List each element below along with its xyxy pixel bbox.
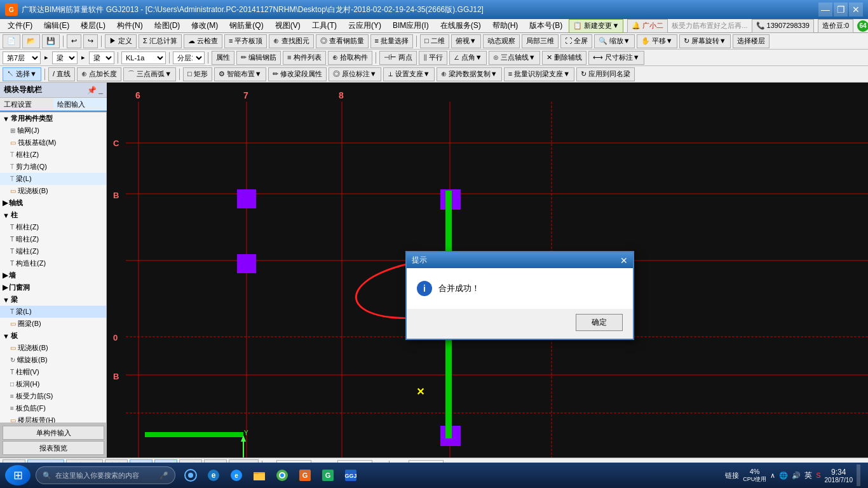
volume-icon[interactable]: 🔊 — [792, 471, 801, 480]
menu-tools[interactable]: 工具(T) — [307, 19, 342, 32]
antivirus-icon[interactable]: S — [816, 471, 820, 479]
fullscreen-btn[interactable]: ⛶ 全屏 — [560, 34, 592, 48]
floor-select[interactable]: 第7层 — [3, 51, 41, 64]
view-rebar-btn[interactable]: ◎ 查看钢筋量 — [316, 34, 369, 48]
taskbar-chrome[interactable] — [272, 465, 292, 485]
layer-select[interactable]: 分层1 — [173, 51, 205, 64]
sidebar-item-slab-rebar[interactable]: ≡ 板受力筋(S) — [0, 390, 106, 402]
edit-rebar-btn[interactable]: ✏ 编辑钢筋 — [236, 51, 281, 65]
axis-section[interactable]: ▶ 轴线 — [0, 197, 106, 209]
single-element-input-btn[interactable]: 单构件输入 — [3, 426, 104, 440]
menu-modify[interactable]: 修改(M) — [186, 19, 223, 32]
select-tool-btn[interactable]: ↖ 选择▼ — [3, 67, 41, 81]
guangda2-button[interactable]: 🔔 广小二 — [627, 19, 668, 33]
sidebar-item-slab-hole[interactable]: □ 板洞(H) — [0, 378, 106, 390]
element-name-select[interactable]: KL-1a — [121, 51, 166, 64]
arc-btn[interactable]: ⌒ 三点画弧▼ — [123, 67, 176, 81]
cloud-check-btn[interactable]: ☁ 云检查 — [184, 34, 222, 48]
set-support-btn[interactable]: ⊥ 设置支座▼ — [383, 67, 435, 81]
sidebar-item-frame-col[interactable]: T 框柱(Z) — [0, 149, 106, 161]
common-types-section[interactable]: ▼ 常用构件类型 — [0, 112, 106, 125]
dynamic-view-btn[interactable]: 动态观察 — [483, 34, 520, 48]
summary-btn[interactable]: Σ 汇总计算 — [139, 34, 182, 48]
close-button[interactable]: ✕ — [849, 3, 863, 17]
properties-btn[interactable]: 属性 — [212, 51, 234, 65]
report-preview-btn[interactable]: 报表预览 — [3, 441, 104, 455]
slab-section[interactable]: ▼ 板 — [0, 330, 106, 342]
column-section[interactable]: ▼ 柱 — [0, 209, 106, 221]
menu-element[interactable]: 构件(N) — [112, 19, 148, 32]
restore-button[interactable]: ❐ — [834, 3, 848, 17]
sidebar-item-cast-slab2[interactable]: ▭ 现浇板(B) — [0, 342, 106, 354]
dialog-confirm-button[interactable]: 确定 — [576, 314, 623, 331]
2d-btn[interactable]: □ 二维 — [420, 34, 449, 48]
sidebar-item-neg-rebar[interactable]: ≡ 板负筋(F) — [0, 402, 106, 414]
menu-cloud[interactable]: 云应用(Y) — [343, 19, 386, 32]
draw-input-tab[interactable]: 绘图输入 — [53, 98, 107, 112]
network-icon[interactable]: 🌐 — [779, 471, 788, 480]
pan-btn[interactable]: ✋ 平移▼ — [637, 34, 677, 48]
menu-version[interactable]: 版本号(B) — [524, 19, 567, 32]
sidebar-pin[interactable]: 📌 _ — [87, 86, 103, 95]
beam-span-copy-btn[interactable]: ⊕ 梁跨数据复制▼ — [437, 67, 502, 81]
sidebar-item-beam[interactable]: T 梁(L) — [0, 306, 106, 318]
sidebar-item-shear-wall[interactable]: T 剪力墙(Q) — [0, 161, 106, 173]
parallel-btn[interactable]: ∥ 平行 — [419, 51, 447, 65]
redo-btn[interactable]: ↪ — [83, 34, 98, 48]
taskbar-ggj[interactable]: GGJ — [341, 465, 361, 485]
taskbar-search[interactable]: 🔍 在这里输入你要搜索的内容 🎤 — [36, 466, 175, 484]
local-3d-btn[interactable]: 局部三维 — [522, 34, 559, 48]
sidebar-item-az[interactable]: T 暗柱(Z) — [0, 233, 106, 245]
menu-floor[interactable]: 楼层(L) — [76, 19, 111, 32]
dim-note-btn[interactable]: ⟷ 尺寸标注▼ — [588, 51, 644, 65]
sidebar-item-kz[interactable]: T 框柱(Z) — [0, 221, 106, 233]
taskbar-edge-classic[interactable]: e — [203, 465, 224, 485]
sidebar-item-cast-slab[interactable]: ▭ 现浇板(B) — [0, 185, 106, 197]
wall-section[interactable]: ▶ 墙 — [0, 269, 106, 281]
menu-rebar-qty[interactable]: 钢筋量(Q) — [224, 19, 268, 32]
align-top-btn[interactable]: ≡ 平齐板顶 — [224, 34, 267, 48]
menu-view[interactable]: 视图(V) — [270, 19, 306, 32]
batch-select-btn[interactable]: ≡ 批量选择 — [370, 34, 413, 48]
project-setup-tab[interactable]: 工程设置 — [0, 98, 53, 112]
price-button[interactable]: 造价豆:0 — [818, 19, 853, 33]
tray-up-arrow[interactable]: ∧ — [770, 471, 775, 480]
zoom-btn[interactable]: 🔍 缩放▼ — [594, 34, 635, 48]
new-btn[interactable]: 📄 — [3, 34, 20, 48]
modify-beam-prop-btn[interactable]: ✏ 修改梁段属性 — [268, 67, 327, 81]
sidebar-item-dz[interactable]: T 端柱(Z) — [0, 245, 106, 257]
point-length-btn[interactable]: ⊕ 点加长度 — [77, 67, 121, 81]
sidebar-item-beam-common[interactable]: T 梁(L) — [0, 173, 106, 185]
apply-same-name-btn[interactable]: ↻ 应用到同名梁 — [576, 67, 635, 81]
sidebar-item-gzz[interactable]: T 构造柱(Z) — [0, 257, 106, 269]
taskbar-app7[interactable]: G — [318, 465, 338, 485]
start-button[interactable]: ⊞ — [5, 465, 31, 485]
open-btn[interactable]: 📂 — [22, 34, 40, 48]
phone-button[interactable]: 📞 13907298339 — [752, 19, 814, 33]
sidebar-item-spiral-slab[interactable]: ↻ 螺旋板(B) — [0, 354, 106, 366]
taskbar-ie[interactable]: e — [226, 465, 247, 485]
sidebar-item-floor-band[interactable]: ▭ 楼层板带(H) — [0, 414, 106, 423]
sidebar-item-col-cap[interactable]: T 柱帽(V) — [0, 366, 106, 378]
line-btn[interactable]: / 直线 — [48, 67, 75, 81]
notification-badge[interactable]: 64 — [857, 20, 868, 32]
lang-indicator[interactable]: 英 — [804, 470, 812, 481]
batch-beam-support-btn[interactable]: ≡ 批量识别梁支座▼ — [504, 67, 574, 81]
beam-section[interactable]: ▼ 梁 — [0, 294, 106, 306]
taskbar-cortana[interactable] — [180, 465, 201, 485]
minimize-button[interactable]: — — [818, 3, 832, 17]
define-btn[interactable]: ▶ 定义 — [105, 34, 137, 48]
taskbar-glodon[interactable]: G — [295, 465, 315, 485]
element-list-btn[interactable]: ≡ 构件列表 — [283, 51, 325, 65]
sidebar-item-raft[interactable]: ▭ 筏板基础(M) — [0, 137, 106, 149]
pick-element-btn[interactable]: ⊕ 拾取构件 — [328, 51, 372, 65]
menu-help[interactable]: 帮助(H) — [487, 19, 524, 32]
delete-aux-btn[interactable]: ✕ 删除辅线 — [542, 51, 587, 65]
find-element-btn[interactable]: ⊕ 查找图元 — [269, 34, 313, 48]
new-change-button[interactable]: 📋 新建变更▼ — [569, 19, 623, 33]
menu-file[interactable]: 文件(F) — [3, 19, 37, 32]
sidebar-item-axis-net[interactable]: ⊞ 轴网(J) — [0, 125, 106, 137]
menu-draw[interactable]: 绘图(D) — [149, 19, 186, 32]
menu-edit[interactable]: 编辑(E) — [39, 19, 74, 32]
canvas-area[interactable]: 6 7 8 C B 0 B — [107, 83, 868, 458]
